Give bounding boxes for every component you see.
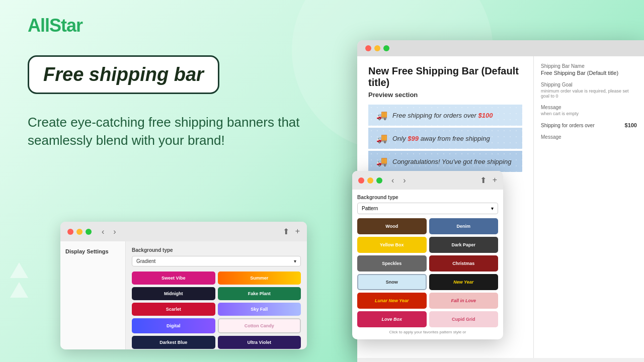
dot-green[interactable] (86, 229, 92, 235)
pattern-dot-green[interactable] (376, 177, 382, 184)
browser-dots (67, 229, 92, 235)
forward-button[interactable]: › (111, 227, 118, 236)
pattern-back-button[interactable]: ‹ (389, 176, 396, 185)
truck-icon-2: 🚚 (376, 133, 387, 144)
pattern-cupid-grid[interactable]: Cupid Grid (429, 311, 499, 327)
triangle-1 (10, 262, 28, 278)
color-grid: Sweet Vibe Summer Midnight Fake Plant Sc… (132, 272, 301, 349)
color-sky-fall[interactable]: Sky Fall (218, 303, 301, 316)
shipping-row: Shipping for orders over $100 (541, 122, 637, 128)
browser-large-dots (365, 45, 389, 51)
browser-content: Display Settings Background type Gradien… (60, 241, 307, 349)
shipping-goal-hint: minimum order value is required, please … (541, 88, 637, 99)
pattern-dots (358, 177, 382, 184)
pattern-share-icon[interactable]: ⬆ (480, 175, 487, 185)
shipping-bar-2-text: Only $99 away from free shipping (392, 135, 490, 142)
preview-window-title: New Free Shipping Bar (Default title) (368, 65, 522, 88)
shipping-bar-name-value: Free Shipping Bar (Default title) (541, 70, 637, 76)
shipping-bar-name-label: Shipping Bar Name (541, 63, 637, 69)
hero-badge-text: Free shipping bar (43, 64, 204, 85)
color-digital[interactable]: Digital (132, 318, 215, 333)
color-fake-plant[interactable]: Fake Plant (218, 287, 301, 300)
hero-description: Create eye-catching free shipping banner… (28, 113, 309, 150)
bg-type-value: Gradient (136, 258, 155, 264)
browser-small-toolbar: ‹ › ⬆ + (60, 222, 307, 241)
large-dot-red[interactable] (365, 45, 371, 51)
new-tab-icon[interactable]: + (295, 227, 300, 236)
bg-type-label: Background type (132, 247, 301, 253)
pattern-nav: ‹ › (389, 176, 408, 185)
color-cotton-candy[interactable]: Cotton Candy (218, 318, 301, 333)
shipping-bar-1-text: Free shipping for orders over $100 (392, 112, 493, 119)
pattern-popup-content: Background type Pattern ▾ Wood Denim Yel… (352, 190, 503, 339)
large-dot-yellow[interactable] (374, 45, 380, 51)
shipping-bar-2: 🚚 Only $99 away from free shipping (368, 128, 522, 149)
pattern-bg-value: Pattern (362, 206, 378, 211)
message2-label: Message (541, 134, 637, 140)
settings-panel: Shipping Bar Name Free Shipping Bar (Def… (533, 56, 644, 358)
pattern-icons: ⬆ + (480, 175, 497, 185)
shipping-bar-3-text: Congratulations! You've got free shippin… (392, 158, 511, 165)
pattern-click-hint: Click to apply your favorites pattern st… (357, 330, 498, 334)
pattern-new-year[interactable]: New Year (429, 274, 499, 290)
triangle-decoration (10, 262, 28, 302)
truck-icon-1: 🚚 (376, 110, 387, 121)
shipping-row-label: Shipping for orders over (541, 123, 595, 128)
triangle-2 (10, 282, 28, 298)
display-settings-sidebar: Display Settings (60, 241, 126, 349)
color-scarlet[interactable]: Scarlet (132, 303, 215, 316)
pattern-love-box[interactable]: Love Box (357, 311, 427, 327)
dot-red[interactable] (67, 229, 73, 235)
pattern-grid: Wood Denim Yellow Box Dark Paper Speckle… (357, 218, 498, 327)
shipping-bar-3: 🚚 Congratulations! You've got free shipp… (368, 151, 522, 172)
shipping-bar-1: 🚚 Free shipping for orders over $100 (368, 105, 522, 126)
message-hint: when cart is empty (541, 111, 637, 116)
pattern-yellow-box[interactable]: Yellow Box (357, 237, 427, 253)
color-ultra-violet[interactable]: Ultra Violet (218, 336, 301, 349)
pattern-christmas[interactable]: Christmas (429, 255, 499, 272)
pattern-lunar-new-year[interactable]: Lunar New Year (357, 293, 427, 309)
back-button[interactable]: ‹ (100, 227, 106, 236)
pattern-dropdown-arrow-icon: ▾ (491, 206, 494, 211)
message-label: Message (541, 105, 637, 110)
bg-type-dropdown[interactable]: Gradient ▾ (132, 256, 301, 266)
pattern-snow[interactable]: Snow (357, 274, 427, 290)
browser-nav: ‹ › (100, 227, 118, 236)
hero-badge: Free shipping bar (28, 55, 219, 94)
color-sweet-vibe[interactable]: Sweet Vibe (132, 272, 215, 285)
pattern-dot-yellow[interactable] (367, 177, 373, 184)
pattern-wood[interactable]: Wood (357, 218, 427, 234)
pattern-speckles[interactable]: Speckles (357, 255, 427, 272)
share-icon[interactable]: ⬆ (283, 227, 289, 236)
shipping-row-amount: $100 (625, 122, 637, 128)
dot-yellow[interactable] (76, 229, 83, 235)
pattern-popup: ‹ › ⬆ + Background type Pattern ▾ Wood D… (352, 171, 503, 339)
browser-small: ‹ › ⬆ + Display Settings Background type… (60, 222, 307, 349)
browser-icons: ⬆ + (283, 227, 300, 236)
preview-section-label: Preview section (368, 91, 522, 99)
truck-icon-3: 🚚 (376, 156, 387, 167)
pattern-dot-red[interactable] (358, 177, 364, 184)
pattern-dark-paper[interactable]: Dark Paper (429, 237, 499, 253)
main-panel: Background type Gradient ▾ Sweet Vibe Su… (126, 241, 307, 349)
pattern-forward-button[interactable]: › (401, 176, 408, 185)
display-settings-label: Display Settings (65, 248, 109, 254)
pattern-new-tab-icon[interactable]: + (493, 175, 497, 185)
logo: AllStar (28, 15, 83, 36)
color-midnight[interactable]: Midnight (132, 287, 215, 300)
color-summer[interactable]: Summer (218, 272, 301, 285)
color-darkest-blue[interactable]: Darkest Blue (132, 336, 215, 349)
shipping-goal-label: Shipping Goal (541, 82, 637, 87)
pattern-fall-in-love[interactable]: Fall in Love (429, 293, 499, 309)
browser-large-toolbar (357, 40, 644, 56)
logo-text: AllStar (28, 15, 83, 36)
pattern-bg-type-label: Background type (357, 195, 498, 200)
pattern-popup-toolbar: ‹ › ⬆ + (352, 171, 503, 190)
hero-section: Free shipping bar Create eye-catching fr… (28, 55, 309, 150)
pattern-denim[interactable]: Denim (429, 218, 499, 234)
pattern-bg-type-dropdown[interactable]: Pattern ▾ (357, 203, 498, 214)
large-dot-green[interactable] (383, 45, 389, 51)
dropdown-arrow-icon: ▾ (294, 258, 296, 264)
